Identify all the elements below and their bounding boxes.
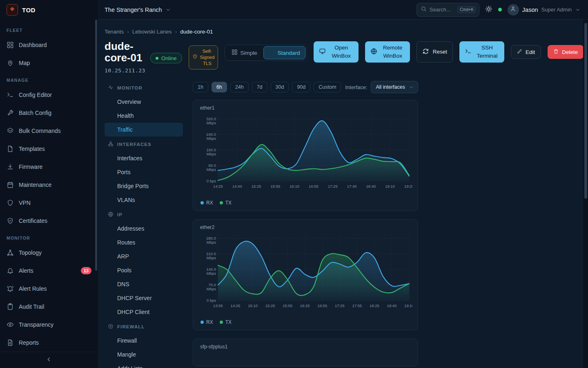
device-nav-item-dns[interactable]: DNS xyxy=(105,277,183,291)
sidebar-item-label: VPN xyxy=(19,200,31,206)
sliders-icon xyxy=(269,49,275,56)
sidebar-item-transparency[interactable]: Transparency xyxy=(0,316,98,334)
sidebar-item-dashboard[interactable]: Dashboard xyxy=(0,36,98,54)
sidebar-footer xyxy=(0,352,98,368)
traffic-chart-card-sfp-sfpplus1: sfp-sfpplus1 xyxy=(193,339,418,366)
action-button-open-winbox[interactable]: Open WinBox xyxy=(314,41,359,63)
sidebar-item-label: Dashboard xyxy=(19,42,47,48)
svg-text:15:55: 15:55 xyxy=(271,184,281,188)
sidebar-item-vpn[interactable]: VPN xyxy=(0,194,98,212)
sidebar-item-alert-rules[interactable]: Alert Rules xyxy=(0,280,98,298)
sidebar-item-topology[interactable]: Topology xyxy=(0,244,98,262)
sidebar-item-label: Alert Rules xyxy=(19,285,47,292)
user-menu[interactable]: Jason Super Admin xyxy=(508,4,581,16)
tenant-name: The Stranger's Ranch xyxy=(105,7,162,13)
time-range-24h[interactable]: 24h xyxy=(230,82,249,92)
sidebar-item-batch-config[interactable]: Batch Config xyxy=(0,104,98,122)
sidebar-item-audit-trail[interactable]: Audit Trail xyxy=(0,298,98,316)
view-mode-toggle: Simple Standard xyxy=(225,45,307,61)
sidebar-scrollbar[interactable] xyxy=(95,20,97,271)
theme-toggle-button[interactable] xyxy=(485,5,492,14)
window-scrollbar[interactable] xyxy=(583,20,588,368)
device-nav-item-addr-lists[interactable]: Addr Lists xyxy=(105,361,183,368)
user-role: Super Admin xyxy=(541,7,572,13)
svg-text:Mbps: Mbps xyxy=(207,152,216,156)
device-nav-item-firewall[interactable]: Firewall xyxy=(105,334,183,348)
device-nav-item-routes[interactable]: Routes xyxy=(105,236,183,249)
trash-icon xyxy=(553,49,559,55)
action-button-ssh-terminal[interactable]: SSH Terminal xyxy=(459,41,504,63)
sidebar-item-firmware[interactable]: Firmware xyxy=(0,158,98,176)
time-range-7d[interactable]: 7d xyxy=(252,82,267,92)
time-range-6h[interactable]: 6h xyxy=(212,82,227,92)
time-range-30d[interactable]: 30d xyxy=(271,82,289,92)
chart-legend: RXTX xyxy=(198,199,412,206)
device-nav-item-pools[interactable]: Pools xyxy=(105,263,183,277)
device-nav-group-label: IP xyxy=(105,208,183,222)
device-nav-item-arp[interactable]: ARP xyxy=(105,249,183,263)
sidebar-item-bulk-commands[interactable]: Bulk Commands xyxy=(0,122,98,140)
map-icon xyxy=(7,59,14,67)
device-nav-item-bridge-ports[interactable]: Bridge Ports xyxy=(105,179,183,193)
sidebar-section-monitor: MONITOR xyxy=(0,230,98,244)
device-nav-group-text: MONITOR xyxy=(117,85,143,90)
tenant-selector[interactable]: The Stranger's Ranch xyxy=(105,7,171,13)
device-nav-item-dhcp-server[interactable]: DHCP Server xyxy=(105,291,183,305)
breadcrumb-current: dude-core-01 xyxy=(180,29,213,35)
simple-label: Simple xyxy=(241,50,257,56)
avatar xyxy=(508,4,519,16)
terminal-icon xyxy=(465,48,472,56)
svg-text:15:25: 15:25 xyxy=(252,184,261,188)
app-logo-text: TOD xyxy=(22,7,36,13)
sidebar-item-alerts[interactable]: Alerts13 xyxy=(0,262,98,280)
sidebar-item-reports[interactable]: Reports xyxy=(0,334,98,352)
edit-button[interactable]: Edit xyxy=(511,45,541,59)
svg-text:17:55: 17:55 xyxy=(352,303,362,308)
sidebar-section-fleet: FLEET xyxy=(0,22,98,36)
time-range-custom[interactable]: Custom xyxy=(314,82,341,92)
device-nav-item-addresses[interactable]: Addresses xyxy=(105,222,183,236)
sidebar-item-certificates[interactable]: Certificates xyxy=(0,212,98,230)
device-nav-item-ports[interactable]: Ports xyxy=(105,165,183,179)
action-button-remote-winbox[interactable]: Remote WinBox xyxy=(365,41,410,63)
device-nav-item-vlans[interactable]: VLANs xyxy=(105,193,183,207)
sidebar-item-map[interactable]: Map xyxy=(0,54,98,72)
search-input[interactable]: Search... Cmd+K xyxy=(416,3,479,17)
device-nav-item-dhcp-client[interactable]: DHCP Client xyxy=(105,305,183,319)
device-nav-item-interfaces[interactable]: Interfaces xyxy=(105,151,183,165)
shield-check-icon xyxy=(7,217,14,224)
interface-value: All interfaces xyxy=(376,84,405,90)
time-range-1h[interactable]: 1h xyxy=(193,82,208,92)
sidebar-collapse-button[interactable] xyxy=(42,355,56,366)
legend-dot xyxy=(220,201,223,204)
device-nav-item-health[interactable]: Health xyxy=(105,109,183,123)
sidebar-item-maintenance[interactable]: Maintenance xyxy=(0,176,98,194)
svg-text:18:40: 18:40 xyxy=(366,184,376,188)
legend-item-tx: TX xyxy=(220,200,232,206)
device-nav-item-overview[interactable]: Overview xyxy=(105,95,183,109)
breadcrumb-tenant-name[interactable]: Lebowski Lanes xyxy=(132,29,172,35)
view-mode-standard[interactable]: Standard xyxy=(263,46,305,59)
device-nav-item-mangle[interactable]: Mangle xyxy=(105,348,183,361)
device-nav-item-traffic[interactable]: Traffic xyxy=(105,123,183,137)
layers-icon xyxy=(7,127,14,135)
time-range-90d[interactable]: 90d xyxy=(292,82,310,92)
sidebar-item-templates[interactable]: Templates xyxy=(0,140,98,158)
view-mode-simple[interactable]: Simple xyxy=(226,46,263,59)
device-nav-group-ip: IPAddressesRoutesARPPoolsDNSDHCP ServerD… xyxy=(105,208,183,319)
svg-text:Mbps: Mbps xyxy=(207,271,216,276)
window-scrollbar-thumb[interactable] xyxy=(584,23,587,199)
sidebar-item-config-editor[interactable]: Config Editor xyxy=(0,86,98,104)
interface-select[interactable]: All interfaces xyxy=(371,81,418,93)
svg-text:15:10: 15:10 xyxy=(248,303,258,308)
sun-icon xyxy=(485,5,492,14)
globe-icon xyxy=(370,48,377,56)
sidebar-item-label: Reports xyxy=(19,339,39,346)
breadcrumb-tenants[interactable]: Tenants xyxy=(105,29,124,35)
device-nav-group-label: FIREWALL xyxy=(105,320,183,334)
chart-title: ether1 xyxy=(200,105,412,111)
action-button-reset[interactable]: Reset xyxy=(416,41,453,63)
charts-list: ether1320.0Mbps240.0Mbps160.0Mbps80.0Mbp… xyxy=(193,100,418,366)
delete-button[interactable]: Delete xyxy=(548,45,584,59)
svg-text:17:40: 17:40 xyxy=(347,184,357,188)
